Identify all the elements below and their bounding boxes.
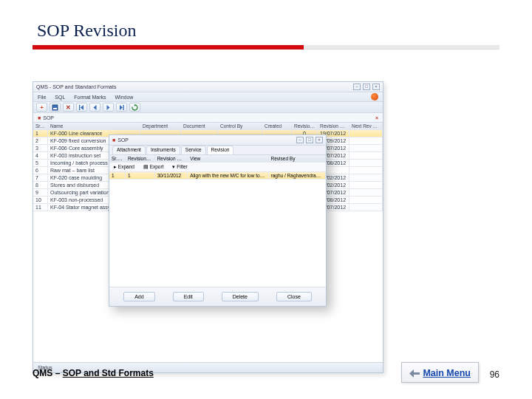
toolbar-expand[interactable]: ▸ Expand (114, 164, 134, 170)
main-menu-link[interactable]: Main Menu (423, 368, 471, 378)
dialog-maximize-button[interactable]: □ (306, 137, 313, 143)
document-tab[interactable]: ■ SOP × (33, 113, 383, 123)
toolbar-next-icon[interactable] (103, 103, 114, 112)
menu-format-marks[interactable]: Format Marks (74, 95, 106, 100)
app-title-text: QMS - SOP and Standard Formats (36, 84, 116, 89)
toolbar-prev-icon[interactable] (89, 103, 100, 112)
th-ctrl[interactable]: Control By (218, 123, 262, 129)
sop-table-header: Sr.No. Name Department Document Control … (33, 123, 383, 130)
minimize-button[interactable]: – (353, 83, 361, 90)
slide-title: SOP Revision (37, 21, 499, 41)
doc-tab-close-icon[interactable]: × (375, 115, 378, 120)
svg-rect-3 (123, 105, 124, 110)
dialog-tabs: Attachment Instruments Service Revision (109, 146, 326, 155)
close-dialog-button[interactable]: Close (276, 292, 312, 301)
menu-sql[interactable]: SQL (55, 95, 65, 100)
dialog-close-button[interactable]: × (316, 137, 323, 143)
toolbar-filter[interactable]: ▾ Filter (172, 164, 187, 170)
page-number: 96 (490, 369, 499, 380)
th-revd[interactable]: Revision Date (318, 123, 349, 129)
th-next[interactable]: Next Rev Date (349, 123, 383, 129)
app-titlebar[interactable]: QMS - SOP and Standard Formats – □ × (33, 82, 383, 92)
tab-service[interactable]: Service (181, 146, 206, 154)
toolbar-refresh-icon[interactable] (129, 103, 140, 112)
dialog-button-row: Add Edit Delete Close (109, 287, 326, 306)
add-button[interactable]: Add (123, 292, 154, 301)
revision-dialog: ■ SOP – □ × Attachment Instruments Servi… (109, 134, 327, 307)
th-desc[interactable]: Document (181, 123, 218, 129)
tab-attachment[interactable]: Attachment (112, 146, 146, 154)
footer-left: QMS – SOP and Std Formats (33, 368, 154, 378)
th-dept[interactable]: Department (140, 123, 181, 129)
doc-tab-icon: ■ (38, 115, 41, 120)
tab-instruments[interactable]: Instruments (146, 146, 180, 154)
dialog-minimize-button[interactable]: – (296, 137, 304, 143)
brand-icon (371, 93, 378, 100)
th-rev[interactable]: Revision No (292, 123, 318, 129)
tab-revision[interactable]: Revision (207, 146, 234, 154)
dialog-toolbar: ▸ Expand ▤ Export ▾ Filter (109, 163, 326, 172)
th-name[interactable]: Name (48, 123, 140, 129)
rth-by[interactable]: Revised By (269, 155, 326, 162)
arrow-left-icon (409, 369, 420, 378)
menu-file[interactable]: File (38, 95, 46, 100)
toolbar-first-icon[interactable] (76, 103, 87, 112)
svg-rect-1 (53, 108, 57, 109)
th-crby[interactable]: Created (262, 123, 292, 129)
dialog-icon: ■ (112, 137, 115, 143)
rth-view[interactable]: View (188, 155, 268, 162)
toolbar-export[interactable]: ▤ Export (143, 164, 164, 170)
rth-sr[interactable]: Sr.No. (109, 155, 126, 162)
svg-rect-2 (79, 105, 80, 110)
menu-window[interactable]: Window (115, 95, 133, 100)
rth-date[interactable]: Revision Date (155, 155, 188, 162)
main-menu-button[interactable]: Main Menu (401, 362, 479, 383)
edit-button[interactable]: Edit (173, 292, 204, 301)
maximize-button[interactable]: □ (363, 83, 370, 90)
close-button[interactable]: × (372, 83, 380, 90)
dialog-title-text: SOP (117, 137, 129, 143)
toolbar-add-icon[interactable]: + (36, 103, 47, 112)
revision-row[interactable]: 1130/11/2012Align with the new M/C for l… (109, 172, 326, 180)
menubar: File SQL Format Marks Window (33, 92, 383, 102)
toolbar-save-icon[interactable] (50, 103, 61, 112)
toolbar: + ✕ (33, 102, 383, 113)
toolbar-cancel-icon[interactable]: ✕ (63, 103, 74, 112)
footer-left-link[interactable]: SOP and Std Formats (63, 368, 154, 378)
dialog-titlebar[interactable]: ■ SOP – □ × (109, 135, 326, 146)
rth-rev[interactable]: Revision No (126, 155, 155, 162)
delete-button[interactable]: Delete (222, 292, 259, 301)
revision-table-header: Sr.No. Revision No Revision Date View Re… (109, 155, 326, 163)
toolbar-last-icon[interactable] (116, 103, 127, 112)
th-srno[interactable]: Sr.No. (33, 123, 48, 129)
doc-tab-label: SOP (43, 115, 54, 120)
title-divider (33, 45, 499, 50)
